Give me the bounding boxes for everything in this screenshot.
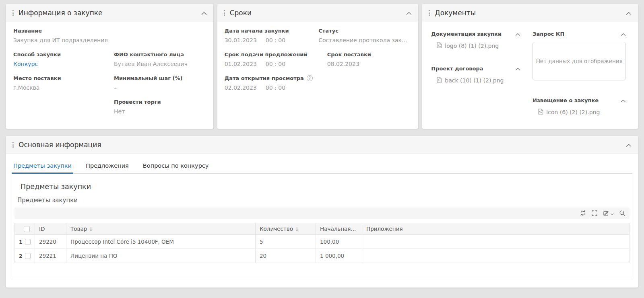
field-label: Дата начала закупки [225,28,314,34]
field-submission-deadline: Срок подачи предложений 01.02.202300 : 0… [225,51,327,67]
field-label: Дата открытия просмотра? [225,75,322,81]
row-number: 2 [19,253,22,259]
method-link[interactable]: Конкурс [13,61,109,67]
time-value: 00 : 00 [266,84,285,91]
item-id-link[interactable]: 29220 [35,235,66,249]
time-value: 00 : 00 [266,37,285,43]
doc-section-documentation: Документация закупки logo (8) (1) (2).pn… [431,30,520,49]
table-header-row: ID Товар↓ Количество↓ Начальная... Прило… [15,223,630,235]
section-collapse-button[interactable] [621,30,626,38]
section-label: Предметы закупки [17,197,630,204]
panel-main-info-header: Основная информация [6,136,638,154]
field-delivery-place: Место поставки г.Москва [13,75,114,91]
panel-main-info: Основная информация Предметы закупки Пре… [6,136,638,288]
doc-section-title: Извещение о закупке [533,97,599,103]
documents-right-column: Запрос КП Нет данных для отображения Изв… [533,30,626,116]
collapse-button[interactable] [201,9,207,17]
field-auction: Провести торги Нет [114,99,207,115]
file-link[interactable]: logo (8) (1) (2).png [437,42,520,49]
page: Информация о закупке Название Закупка дл… [0,0,644,298]
item-qty: 20 [256,249,316,263]
field-label-text: Дата открытия просмотра [225,75,304,81]
panel-documents-body: Документация закупки logo (8) (1) (2).pn… [422,22,638,116]
edit-menu-button[interactable] [603,210,614,217]
chevron-up-icon [406,9,412,17]
field-label: Место поставки [13,75,109,81]
doc-section-title: Запрос КП [533,31,564,37]
row-select-cell: 2 [15,249,35,263]
help-icon[interactable]: ? [307,75,313,81]
purchase-items-table: ID Товар↓ Количество↓ Начальная... Прило… [14,223,630,263]
panel-documents-header: Документы [422,4,638,22]
file-link[interactable]: icon (6) (2) (2).png [538,109,626,116]
tab-proposals[interactable]: Предложения [84,159,130,174]
image-file-icon [437,42,442,49]
item-price: 100,00 [316,235,362,249]
chevron-up-icon [515,30,520,38]
refresh-icon[interactable] [580,210,586,216]
column-header-qty[interactable]: Количество↓ [256,223,316,235]
image-file-icon [437,77,442,84]
file-name: icon (6) (2) (2).png [546,109,600,115]
date-value: 01.02.2023 [225,61,257,67]
tab-contest-questions[interactable]: Вопросы по конкурсу [141,159,211,174]
empty-state: Нет данных для отображения [533,42,626,80]
collapse-button[interactable] [626,9,632,17]
section-collapse-button[interactable] [515,65,520,72]
column-header-id[interactable]: ID [35,223,66,235]
tab-bar: Предметы закупки Предложения Вопросы по … [12,159,632,174]
field-method: Способ закупки Конкурс [13,51,114,67]
field-value: – [114,84,202,91]
grid-toolbar [14,208,630,219]
drag-handle-icon[interactable] [223,9,226,17]
panel-title: Информация о закупке [19,9,102,17]
drag-handle-icon[interactable] [12,9,14,17]
chevron-up-icon [626,141,632,149]
field-delivery-deadline: Срок поставки 08.02.2023 [327,51,412,67]
column-header-attachments[interactable]: Приложения [362,223,630,235]
column-header-product[interactable]: Товар↓ [66,223,256,235]
item-product-link[interactable]: Процессор Intel Core i5 10400F, OEM [66,235,256,249]
panel-deadlines: Сроки Дата начала закупки 30.01.202300 :… [217,4,419,129]
chevron-down-icon [611,210,614,217]
collapse-button[interactable] [406,9,412,17]
panel-purchase-info-body: Название Закупка для ИТ подразделения Сп… [6,22,213,115]
item-price: 1 000,00 [316,249,362,263]
item-id-link[interactable]: 29221 [35,249,66,263]
doc-section-contract: Проект договора back (10) (1) (2).png [431,65,520,84]
item-qty: 5 [256,235,316,249]
field-label: Провести торги [114,99,202,105]
column-header-price[interactable]: Начальная... [316,223,362,235]
status-value: Составление протокола зак... [318,37,407,43]
field-value: г.Москва [13,84,109,91]
collapse-button[interactable] [626,141,632,149]
drag-handle-icon[interactable] [12,141,14,149]
tab-panel-purchase-items: Предметы закупки Предметы закупки [12,173,632,277]
select-all-checkbox[interactable] [24,226,30,232]
tab-purchase-items[interactable]: Предметы закупки [12,159,73,174]
panel-deadlines-body: Дата начала закупки 30.01.202300 : 00 Ст… [217,22,419,91]
field-min-step: Минимальный шаг (%) – [114,75,207,91]
panel-title: Основная информация [19,141,101,149]
section-collapse-button[interactable] [515,30,520,38]
item-product-link[interactable]: Лицензии на ПО [66,249,256,263]
field-contact: ФИО контактного лица Бутаев Иван Алексее… [114,51,207,67]
file-link[interactable]: back (10) (1) (2).png [437,77,520,84]
field-start-date: Дата начала закупки 30.01.202300 : 00 [225,28,319,43]
field-opening-date: Дата открытия просмотра? 02.02.202300 : … [225,75,327,91]
item-attachments [362,235,630,249]
fullscreen-icon[interactable] [591,210,598,216]
chevron-up-icon [621,30,626,38]
image-file-icon [538,109,543,116]
field-label: Статус [318,28,407,34]
search-icon[interactable] [619,210,625,216]
table-row: 2 29221 Лицензии на ПО 20 1 000,00 [15,249,630,263]
field-value: 02.02.202300 : 00 [225,84,322,91]
panel-deadlines-header: Сроки [217,4,419,22]
item-attachments [362,249,630,263]
section-collapse-button[interactable] [621,97,626,104]
field-value: Нет [114,108,202,115]
drag-handle-icon[interactable] [428,9,431,17]
row-checkbox[interactable] [25,239,31,245]
row-checkbox[interactable] [25,253,31,259]
